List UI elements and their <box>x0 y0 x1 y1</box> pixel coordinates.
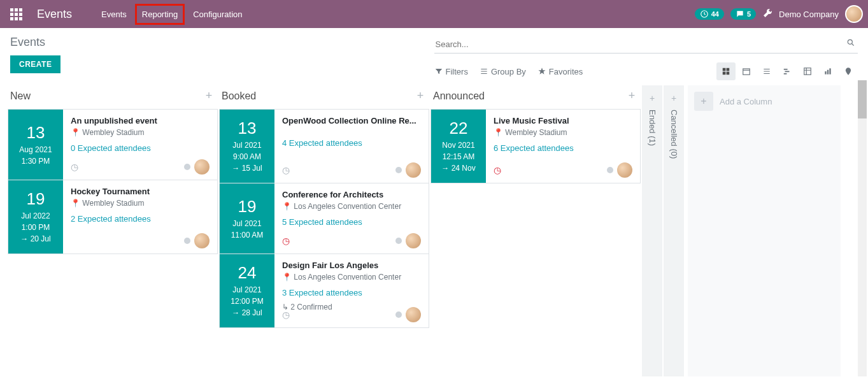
column-title: Announced <box>433 90 485 102</box>
groupby-button[interactable]: Group By <box>480 67 526 76</box>
filters-button[interactable]: Filters <box>434 67 468 76</box>
clock-icon: ◷ <box>71 162 78 172</box>
assignee-avatar[interactable] <box>617 162 632 178</box>
folded-label: Ended (1) <box>648 110 657 146</box>
column-ended-folded[interactable]: + Ended (1) <box>642 85 662 376</box>
pivot-icon <box>803 67 812 76</box>
kanban-card[interactable]: 24 Jul 2021 12:00 PM → 28 Jul Design Fai… <box>219 254 429 328</box>
favorites-button[interactable]: Favorites <box>537 67 583 76</box>
svg-rect-8 <box>785 71 790 72</box>
kanban-icon <box>722 67 730 76</box>
kanban-card[interactable]: 19 Jul 2022 1:00 PM → 20 Jul Hockey Tour… <box>8 180 218 254</box>
card-date: 13 Jul 2021 9:00 AM → 15 Jul <box>220 110 274 183</box>
card-date: 13 Aug 2021 1:30 PM <box>8 110 63 180</box>
card-attendees: 0 Expected attendees <box>71 143 210 153</box>
column-add-icon[interactable]: + <box>671 93 676 103</box>
view-kanban[interactable] <box>716 62 736 80</box>
clock-icon: ◷ <box>282 165 290 175</box>
assignee-avatar[interactable] <box>194 159 210 175</box>
priority-dot[interactable] <box>395 311 402 318</box>
clock-icon: ◷ <box>282 310 290 320</box>
assignee-avatar[interactable] <box>194 233 210 248</box>
svg-point-1 <box>848 39 852 44</box>
svg-rect-11 <box>825 71 826 75</box>
card-title: Conference for Architects <box>282 190 421 199</box>
priority-dot[interactable] <box>607 167 613 173</box>
column-add-icon[interactable]: + <box>203 89 215 103</box>
view-pivot[interactable] <box>798 62 817 80</box>
messages-badge[interactable]: 5 <box>730 8 756 20</box>
svg-rect-2 <box>723 68 726 71</box>
add-column-button[interactable]: + <box>694 92 713 111</box>
card-attendees: 3 Expected attendees <box>282 288 421 297</box>
wrench-icon <box>762 8 772 18</box>
column-title: Booked <box>222 90 256 102</box>
card-date: 22 Nov 2021 12:15 AM → 24 Nov <box>431 110 486 183</box>
card-location: 📍 Los Angeles Convention Center <box>282 202 421 211</box>
assignee-avatar[interactable] <box>406 162 421 178</box>
column-announced: Announced + 22 Nov 2021 12:15 AM → 24 No… <box>430 85 641 376</box>
nav-events[interactable]: Events <box>95 4 133 24</box>
vertical-scrollbar[interactable] <box>858 80 867 376</box>
column-add-icon[interactable]: + <box>625 89 638 103</box>
search-input[interactable] <box>434 36 858 53</box>
assignee-avatar[interactable] <box>406 233 421 248</box>
user-avatar[interactable] <box>845 5 863 23</box>
view-map[interactable] <box>839 62 858 80</box>
kanban-card[interactable]: 13 Jul 2021 9:00 AM → 15 Jul OpenWood Co… <box>219 109 429 183</box>
assignee-avatar[interactable] <box>406 307 421 322</box>
nav-configuration[interactable]: Configuration <box>187 4 248 24</box>
priority-dot[interactable] <box>184 164 190 170</box>
card-attendees: 4 Expected attendees <box>282 138 421 148</box>
priority-dot[interactable] <box>395 238 402 244</box>
clock-icon-overdue: ◷ <box>282 236 290 246</box>
card-attendees: 6 Expected attendees <box>494 143 632 153</box>
card-title: Hockey Tournament <box>71 187 210 196</box>
column-add-icon[interactable]: + <box>650 93 655 103</box>
card-location: 📍 Wembley Stadium <box>494 128 632 137</box>
kanban-card[interactable]: 19 Jul 2021 11:00 AM Conference for Arch… <box>219 183 429 254</box>
company-switcher[interactable]: Demo Company <box>779 10 839 19</box>
svg-rect-13 <box>829 68 830 74</box>
calendar-icon <box>742 67 751 76</box>
card-location: 📍 Wembley Stadium <box>71 199 210 208</box>
folded-label: Cancelled (0) <box>669 110 679 159</box>
card-location: 📍 Los Angeles Convention Center <box>282 273 421 282</box>
star-icon <box>537 67 546 76</box>
card-title: Design Fair Los Angeles <box>282 261 421 270</box>
add-column-area: + Add a Column <box>688 85 841 376</box>
gantt-icon <box>783 67 792 76</box>
search-icon[interactable] <box>846 38 855 49</box>
list-icon <box>480 67 488 76</box>
list-view-icon <box>762 67 771 76</box>
clock-icon-overdue: ◷ <box>494 165 501 175</box>
view-calendar[interactable] <box>737 62 756 80</box>
priority-dot[interactable] <box>395 167 402 173</box>
activity-badge[interactable]: 44 <box>695 8 724 20</box>
column-cancelled-folded[interactable]: + Cancelled (0) <box>664 85 684 376</box>
svg-rect-6 <box>743 69 750 75</box>
create-button[interactable]: CREATE <box>10 55 60 73</box>
column-add-icon[interactable]: + <box>414 89 427 103</box>
view-gantt[interactable] <box>778 62 797 80</box>
svg-rect-10 <box>804 68 811 75</box>
app-brand[interactable]: Events <box>37 8 72 21</box>
view-list[interactable] <box>757 62 776 80</box>
kanban-card[interactable]: 22 Nov 2021 12:15 AM → 24 Nov Live Music… <box>430 109 641 183</box>
card-attendees: 5 Expected attendees <box>282 217 421 227</box>
card-attendees: 2 Expected attendees <box>71 214 210 224</box>
debug-icon[interactable] <box>762 8 772 20</box>
view-graph[interactable] <box>818 62 837 80</box>
apps-icon[interactable] <box>5 3 27 25</box>
add-column-label: Add a Column <box>720 97 772 106</box>
chat-icon <box>736 10 744 18</box>
kanban-card[interactable]: 13 Aug 2021 1:30 PM An unpublished event… <box>8 109 218 180</box>
card-date: 19 Jul 2021 11:00 AM <box>220 183 274 254</box>
svg-rect-7 <box>784 69 788 70</box>
graph-icon <box>823 67 832 76</box>
breadcrumb: Events <box>10 36 434 49</box>
priority-dot[interactable] <box>184 238 190 244</box>
nav-reporting[interactable]: Reporting <box>136 4 184 24</box>
card-date: 24 Jul 2021 12:00 PM → 28 Jul <box>220 254 274 327</box>
svg-rect-12 <box>827 70 829 75</box>
